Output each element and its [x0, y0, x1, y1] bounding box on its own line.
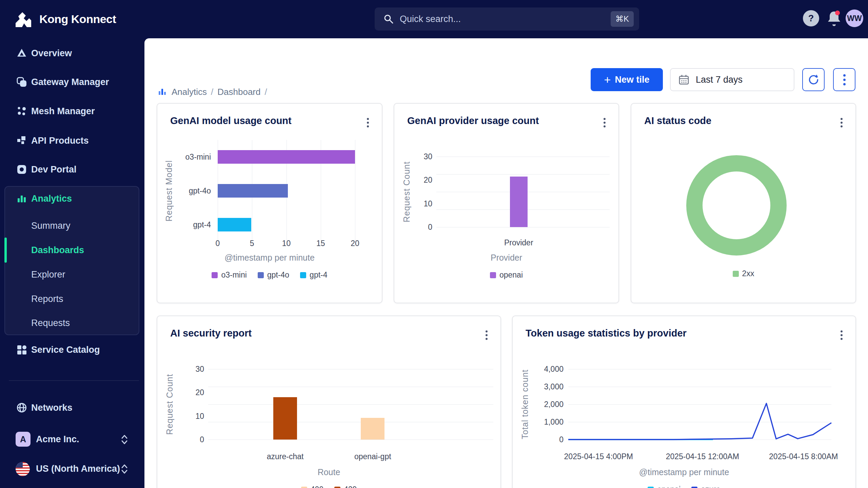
legend-swatch — [334, 487, 340, 488]
active-item-indicator — [4, 238, 7, 263]
main-content: Analytics / Dashboard / AI Gateway Dashb… — [144, 38, 868, 488]
sidebar-item-dev-portal[interactable]: Dev Portal — [0, 159, 144, 180]
gridline — [436, 157, 610, 157]
chart-legend: 2xx — [631, 269, 855, 278]
legend-item[interactable]: openai — [648, 485, 680, 488]
plus-icon: + — [604, 75, 611, 85]
sidebar-subitem-explorer[interactable]: Explorer — [0, 265, 144, 284]
legend-label: gpt-4o — [267, 270, 289, 280]
dashboard-menu-button[interactable] — [833, 68, 855, 91]
sidebar-item-mesh-manager[interactable]: Mesh Manager — [0, 101, 144, 121]
legend-item[interactable]: gpt-4o — [258, 270, 289, 280]
breadcrumb-dashboard[interactable]: Dashboard — [217, 87, 260, 97]
legend-item[interactable]: 429 — [334, 485, 357, 488]
chevron-sort-icon — [121, 434, 128, 445]
sidebar-item-gateway-manager[interactable]: Gateway Manager — [0, 72, 144, 92]
dev-portal-icon — [16, 164, 27, 175]
x-axis-title: @timestamp per minute — [513, 467, 855, 477]
analytics-breadcrumb-icon — [158, 87, 167, 96]
y-tick-label: 10 — [394, 199, 432, 208]
legend-item[interactable]: 2xx — [733, 269, 754, 278]
category-label: openai-gpt — [318, 452, 427, 461]
legend-item[interactable]: azure — [691, 485, 721, 488]
help-button[interactable]: ? — [803, 10, 819, 26]
search-shortcut-chip: ⌘K — [611, 11, 634, 27]
brand-name[interactable]: Kong Konnect — [39, 10, 116, 28]
mesh-icon — [16, 106, 27, 117]
quick-search-bar[interactable]: ⌘K — [375, 7, 639, 30]
chart-legend: o3-minigpt-4ogpt-4 — [157, 270, 382, 280]
x-tick-label: 10 — [273, 239, 300, 248]
line-plot — [568, 369, 831, 440]
category-label: Provider — [465, 238, 573, 247]
breadcrumb-separator: / — [264, 87, 267, 97]
sidebar-subitem-requests[interactable]: Requests — [0, 313, 144, 332]
user-avatar[interactable]: WW — [846, 9, 863, 27]
sidebar-item-analytics[interactable]: Analytics — [0, 188, 144, 209]
y-axis-title: Request Count — [165, 374, 175, 435]
card-genai-provider-usage: GenAI provider usage count 3020100Provid… — [394, 103, 619, 303]
bar-o3-mini — [218, 150, 355, 164]
bar-gpt-4 — [218, 218, 251, 231]
y-tick-label: 0 — [394, 222, 432, 232]
sidebar-item-networks[interactable]: Networks — [0, 398, 144, 418]
new-tile-button[interactable]: + New tile — [591, 68, 663, 91]
globe-icon — [16, 402, 27, 413]
legend-swatch — [733, 271, 739, 277]
refresh-button[interactable] — [802, 68, 825, 91]
x-tick-label: 20 — [341, 239, 369, 248]
org-switcher[interactable]: A Acme Inc. — [0, 429, 144, 449]
calendar-icon — [678, 74, 690, 85]
legend-label: 400 — [311, 485, 323, 488]
legend-item[interactable]: gpt-4 — [300, 270, 327, 280]
date-range-picker[interactable]: Last 7 days — [670, 68, 794, 91]
bar-chart-icon — [16, 193, 27, 204]
kong-gorilla-logo-icon[interactable] — [12, 8, 34, 30]
breadcrumb-analytics[interactable]: Analytics — [172, 87, 207, 97]
gridline — [208, 387, 493, 387]
org-avatar: A — [16, 432, 31, 447]
api-products-icon — [16, 135, 27, 146]
card-ai-status-code: AI status code 2xx — [631, 103, 856, 303]
breadcrumb: Analytics / Dashboard / — [158, 86, 271, 98]
konnect-mark-icon — [16, 48, 27, 59]
bar-openai-gpt — [361, 418, 384, 440]
kebab-icon — [843, 74, 846, 85]
legend-item[interactable]: o3-mini — [212, 270, 246, 280]
chevron-sort-icon — [121, 464, 128, 474]
sidebar-item-service-catalog[interactable]: Service Catalog — [0, 340, 144, 360]
sidebar-item-overview[interactable]: Overview — [0, 43, 144, 63]
search-input[interactable] — [399, 14, 611, 25]
bar-Provider — [510, 177, 528, 227]
search-icon — [383, 14, 394, 24]
chart-legend: openaiazure — [513, 485, 855, 488]
notifications-bell-icon[interactable] — [826, 9, 842, 27]
legend-item[interactable]: openai — [490, 270, 523, 280]
refresh-icon — [807, 74, 820, 86]
sidebar-item-api-products[interactable]: API Products — [0, 130, 144, 151]
sidebar-subitem-dashboards[interactable]: Dashboards — [0, 241, 144, 260]
service-catalog-icon — [16, 344, 27, 355]
legend-item[interactable]: 400 — [301, 485, 323, 488]
chart-token-usage: 4,0003,0002,0001,00002025-04-15 4:00PM20… — [513, 316, 855, 488]
bar-gpt-4o — [218, 184, 288, 198]
legend-label: openai — [499, 270, 523, 280]
legend-swatch — [490, 272, 496, 278]
y-axis-title: Total token count — [520, 369, 530, 439]
y-axis-title: Request Count — [402, 161, 412, 222]
legend-label: gpt-4 — [310, 270, 327, 280]
region-switcher[interactable]: US (North America) — [0, 459, 144, 479]
sidebar-subitem-reports[interactable]: Reports — [0, 289, 144, 308]
donut-ring — [679, 148, 794, 263]
legend-swatch — [258, 272, 264, 278]
chart-genai-model-usage: 05101520o3-minigpt-4ogpt-4Request Model@… — [157, 104, 382, 303]
us-flag-icon — [16, 462, 30, 476]
y-tick-label: 0 — [157, 435, 204, 444]
legend-label: openai — [657, 485, 680, 488]
card-genai-model-usage: GenAI model usage count 05101520o3-minig… — [157, 103, 382, 303]
x-tick-label: 2025-04-15 8:00AM — [739, 452, 868, 461]
card-token-usage: Token usage statistics by provider 4,000… — [512, 316, 856, 488]
sidebar-subitem-summary[interactable]: Summary — [0, 216, 144, 235]
legend-swatch — [301, 487, 307, 488]
x-tick-label: 0 — [204, 239, 231, 248]
